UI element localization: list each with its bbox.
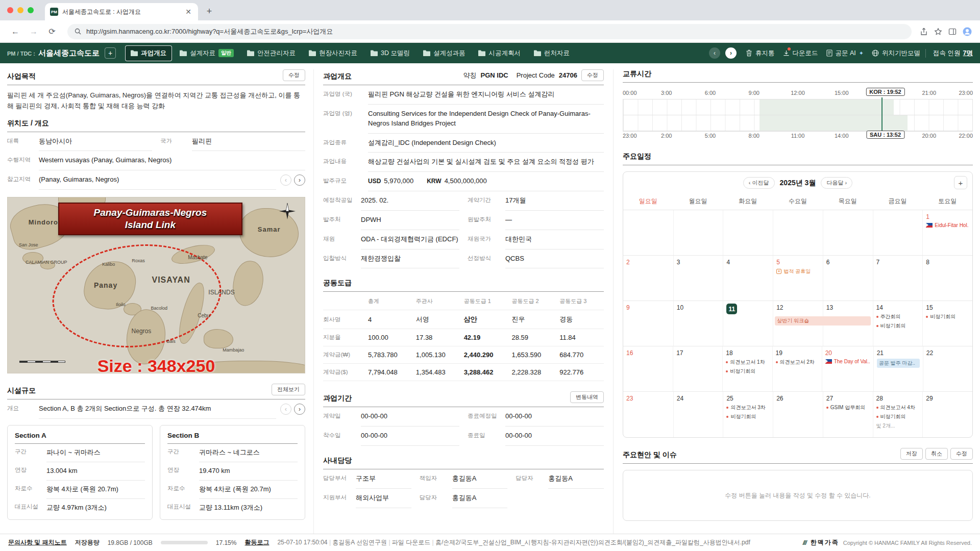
facility-next-button[interactable]: › bbox=[294, 404, 305, 415]
tabs-scroll-right-button[interactable]: › bbox=[725, 47, 737, 59]
calendar-cell[interactable] bbox=[823, 210, 873, 255]
purpose-edit-button[interactable]: 수정 bbox=[283, 69, 305, 81]
activity-log-link[interactable]: 활동로그 bbox=[244, 538, 269, 547]
nav-tab-1[interactable]: 과업개요 bbox=[125, 45, 172, 61]
calendar-cell[interactable]: 14주간회의비정기회의 bbox=[873, 301, 923, 346]
share-icon[interactable] bbox=[920, 28, 928, 36]
calendar-event[interactable]: Eidul-Fitar Hol. bbox=[926, 222, 969, 228]
calendar-cell[interactable]: 17 bbox=[673, 346, 722, 391]
calendar-cell[interactable]: 6 bbox=[823, 256, 873, 300]
calendar-event[interactable]: 의견보고서 2차 bbox=[776, 359, 819, 366]
facility-view-all-button[interactable]: 전체보기 bbox=[272, 384, 305, 395]
calendar-event-more[interactable]: 및 2개... bbox=[876, 422, 920, 430]
nav-action-3[interactable]: 공문 AI✦ bbox=[826, 49, 864, 58]
nav-tab-3[interactable]: 안전관리자료 bbox=[241, 45, 301, 61]
calendar-cell[interactable]: 29 bbox=[922, 392, 972, 437]
task-edit-button[interactable]: 수정 bbox=[581, 69, 604, 81]
calendar-cell[interactable]: 9 bbox=[623, 301, 673, 346]
calendar-cell[interactable] bbox=[773, 210, 823, 255]
reload-button[interactable]: ⟳ bbox=[45, 24, 59, 39]
calendar-event[interactable]: 상반기 워크숍 bbox=[775, 316, 871, 325]
calendar-cell[interactable] bbox=[673, 210, 723, 255]
nav-tab-5[interactable]: 3D 모델링 bbox=[365, 45, 415, 61]
calendar-cell[interactable] bbox=[873, 210, 923, 255]
calendar-cell[interactable]: 5✕법적 공휴일 bbox=[773, 256, 823, 300]
calendar-cell[interactable]: 19의견보고서 2차 bbox=[772, 346, 822, 391]
issues-content-box[interactable]: 수정 버튼을 눌러 내용을 작성 및 수정 할 수 있습니다. bbox=[623, 470, 973, 521]
map-place-label: Mindoro bbox=[29, 218, 58, 226]
issues-edit-button[interactable]: 수정 bbox=[950, 448, 973, 460]
calendar-event[interactable]: 비정기회의 bbox=[726, 368, 769, 375]
map-next-button[interactable]: › bbox=[294, 174, 305, 186]
calendar-cell[interactable]: 12상반기 워크숍 bbox=[773, 301, 823, 346]
calendar-cell[interactable] bbox=[623, 210, 673, 255]
calendar-cell[interactable]: 25의견보고서 3차비정기회의 bbox=[723, 392, 773, 437]
calendar-event[interactable]: 의견보고서 3차 bbox=[726, 404, 770, 411]
minimize-window-icon[interactable] bbox=[17, 7, 23, 13]
forward-button[interactable]: → bbox=[27, 24, 41, 39]
calendar-cell[interactable]: 8 bbox=[922, 256, 972, 300]
calendar-event[interactable]: 공문 발주 마감.. bbox=[877, 359, 920, 368]
calendar-event[interactable]: ✕법적 공휴일 bbox=[776, 268, 820, 275]
calendar-cell[interactable]: 15비정기회의 bbox=[922, 301, 972, 346]
nav-tab-2[interactable]: 설계자료일반 bbox=[174, 45, 239, 61]
maximize-window-icon[interactable] bbox=[28, 7, 34, 13]
browser-tab[interactable]: PM 서울세종고속도로 : 사업개요 ✕ bbox=[45, 3, 198, 20]
calendar-cell[interactable]: 2 bbox=[623, 256, 673, 300]
nav-tab-8[interactable]: 런처자료 bbox=[528, 45, 575, 61]
calendar-add-event-button[interactable]: + bbox=[954, 176, 967, 189]
close-window-icon[interactable] bbox=[7, 7, 13, 13]
calendar-cell[interactable]: 20The Day of Val.. bbox=[822, 346, 873, 391]
calendar-cell[interactable]: 1Eidul-Fitar Hol. bbox=[922, 210, 972, 255]
calendar-cell[interactable]: 3 bbox=[673, 256, 723, 300]
calendar-next-month-button[interactable]: 다음달 › bbox=[821, 177, 852, 189]
calendar-cell[interactable]: 7 bbox=[873, 256, 923, 300]
calendar-cell[interactable]: 16 bbox=[623, 346, 673, 391]
calendar-event[interactable]: 의견보고서 1차 bbox=[726, 359, 769, 366]
calendar-cell[interactable]: 10 bbox=[673, 301, 723, 346]
calendar-event[interactable]: 비정기회의 bbox=[726, 413, 770, 420]
nav-tab-7[interactable]: 시공계획서 bbox=[473, 45, 526, 61]
calendar-cell[interactable]: 11 bbox=[723, 301, 773, 346]
issues-cancel-button[interactable]: 취소 bbox=[925, 448, 948, 460]
nav-tab-6[interactable]: 설계성과품 bbox=[418, 45, 471, 61]
online-users[interactable]: 접속 인원 7명 bbox=[925, 49, 973, 58]
tab-close-icon[interactable]: ✕ bbox=[184, 8, 193, 16]
url-bar[interactable]: http://gsim.hanmaceng.co.kr:7000/highway… bbox=[67, 24, 912, 39]
calendar-cell[interactable]: 23 bbox=[623, 392, 673, 437]
nav-action-1[interactable]: 휴지통 bbox=[746, 49, 775, 58]
calendar-event[interactable]: The Day of Val.. bbox=[825, 359, 870, 364]
calendar-cell[interactable] bbox=[723, 210, 773, 255]
support-link[interactable]: 문의사항 및 패치노트 bbox=[8, 538, 67, 547]
calendar-cell[interactable]: 22 bbox=[923, 346, 972, 391]
calendar-cell[interactable]: 21공문 발주 마감.. bbox=[873, 346, 923, 391]
calendar-event[interactable]: 의견보고서 4차 bbox=[876, 404, 920, 411]
period-history-button[interactable]: 변동내역 bbox=[570, 391, 604, 403]
calendar-prev-month-button[interactable]: ‹ 이전달 bbox=[743, 177, 775, 189]
calendar-cell[interactable]: 27GSIM 업무회의 bbox=[823, 392, 873, 437]
calendar-cell[interactable]: 24 bbox=[673, 392, 723, 437]
calendar-event[interactable]: 주간회의 bbox=[876, 313, 920, 320]
calendar-event[interactable]: GSIM 업무회의 bbox=[826, 404, 870, 411]
calendar-cell[interactable]: 28의견보고서 4차비정기회의및 2개... bbox=[873, 392, 923, 437]
nav-action-4[interactable]: 위치기반모델 bbox=[872, 49, 920, 58]
side-panel-icon[interactable] bbox=[948, 28, 957, 36]
tabs-scroll-left-button[interactable]: ‹ bbox=[709, 47, 720, 59]
back-button[interactable]: ← bbox=[8, 24, 22, 39]
calendar-cell[interactable]: 18의견보고서 1차비정기회의 bbox=[722, 346, 772, 391]
nav-action-2[interactable]: 다운로드 bbox=[783, 49, 818, 58]
map-prev-button[interactable]: ‹ bbox=[280, 174, 291, 186]
add-menu-button[interactable]: + bbox=[105, 47, 116, 59]
calendar-event[interactable]: 비정기회의 bbox=[926, 313, 969, 320]
new-tab-button[interactable]: + bbox=[202, 4, 216, 18]
calendar-cell[interactable]: 4 bbox=[723, 256, 773, 300]
issues-save-button[interactable]: 저장 bbox=[900, 448, 923, 460]
nav-tab-4[interactable]: 현장사진자료 bbox=[303, 45, 363, 61]
bookmark-star-icon[interactable] bbox=[934, 28, 942, 36]
location-map[interactable]: Panay-Guimaras-Negros Island Link Mindor… bbox=[7, 197, 305, 373]
calendar-cell[interactable]: 26 bbox=[773, 392, 823, 437]
profile-avatar[interactable] bbox=[963, 27, 972, 36]
calendar-event[interactable]: 비정기회의 bbox=[876, 322, 920, 330]
calendar-event[interactable]: 비정기회의 bbox=[876, 413, 920, 420]
facility-prev-button[interactable]: ‹ bbox=[280, 404, 291, 415]
